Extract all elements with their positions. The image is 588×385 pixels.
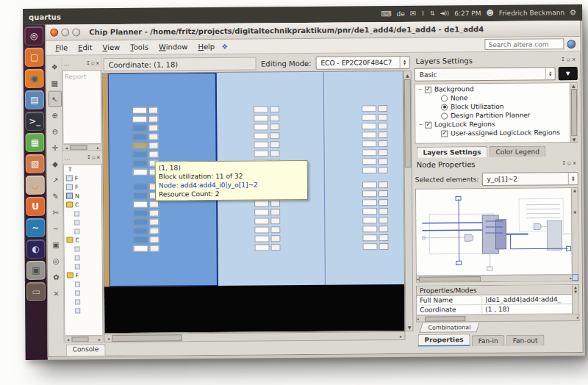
layer-toggle[interactable] — [441, 95, 448, 101]
layers-menu-button[interactable]: ▼ — [559, 67, 578, 80]
lab-row[interactable] — [362, 132, 387, 138]
launcher-icon[interactable]: ◎ — [24, 26, 43, 46]
tree-item[interactable]: N — [64, 191, 101, 200]
launcher-icon[interactable]: ▣ — [26, 261, 46, 280]
pin-icon[interactable]: ↧ — [561, 57, 565, 62]
launcher-icon[interactable]: U — [26, 197, 45, 216]
close-panel-icon[interactable]: × — [573, 160, 577, 166]
launcher-icon[interactable]: ◉ — [25, 69, 44, 88]
lab-row[interactable] — [254, 150, 280, 156]
restore-icon[interactable]: ▫ — [91, 60, 95, 66]
report-hscrollbar[interactable]: ◂▸ — [63, 143, 101, 150]
user-icon[interactable]: ☻ — [486, 10, 494, 17]
lab-row[interactable] — [362, 140, 387, 147]
mail-icon[interactable]: ✉ — [410, 10, 416, 18]
lab-row[interactable] — [132, 116, 158, 123]
lab-row[interactable] — [133, 201, 159, 208]
tree-item[interactable]: T — [64, 165, 101, 173]
tree-item[interactable]: C — [64, 235, 101, 244]
restore-icon[interactable]: ▫ — [567, 57, 570, 62]
lab-row[interactable] — [254, 123, 279, 130]
close-panel-icon[interactable]: × — [572, 57, 576, 62]
layers-vscrollbar[interactable]: ▲▼ — [570, 83, 578, 142]
lab-row[interactable] — [362, 167, 388, 173]
restore-icon[interactable]: ▫ — [567, 160, 571, 166]
layer-item[interactable]: User-assigned LogicLock Regions — [415, 128, 577, 138]
lab-strip-right[interactable] — [362, 105, 389, 252]
close-panel-icon[interactable]: × — [96, 154, 101, 160]
tree-item[interactable]: F — [65, 270, 102, 279]
lab-row[interactable] — [132, 134, 158, 140]
tree-item[interactable] — [65, 288, 102, 297]
tree-item[interactable]: C — [64, 200, 101, 209]
tree-item[interactable] — [65, 297, 102, 306]
tree-item[interactable] — [65, 244, 102, 253]
layer-toggle[interactable] — [441, 112, 448, 119]
lab-row[interactable] — [362, 123, 387, 129]
panel-tab[interactable]: Fan-in — [472, 335, 505, 346]
resize-grip[interactable] — [572, 274, 578, 281]
search-input[interactable] — [484, 38, 564, 50]
launcher-icon[interactable]: ▧ — [26, 154, 45, 173]
pin-icon[interactable]: ↧ — [87, 154, 91, 160]
launcher-icon[interactable]: ▭ — [26, 282, 46, 301]
session-gear-icon[interactable]: ⚙ — [570, 9, 576, 16]
lab-row[interactable] — [362, 105, 387, 112]
lab-row[interactable] — [362, 114, 387, 120]
layer-toggle[interactable] — [425, 121, 431, 128]
lab-row[interactable] — [254, 132, 279, 139]
lab-row[interactable] — [254, 209, 280, 215]
properties-hscrollbar[interactable]: ◂▸ — [416, 314, 579, 323]
lab-row[interactable] — [362, 149, 388, 156]
menu-item[interactable]: Window — [154, 41, 193, 52]
lab-row[interactable] — [132, 143, 158, 149]
restore-icon[interactable]: ▫ — [92, 154, 96, 160]
lab-row[interactable] — [133, 237, 159, 243]
mode-tab[interactable]: Combinational — [419, 323, 479, 333]
tree-item[interactable] — [64, 217, 101, 226]
lab-row[interactable] — [133, 219, 159, 226]
maximize-button[interactable] — [72, 28, 80, 36]
lab-row[interactable] — [254, 217, 280, 224]
property-row[interactable]: Coordinate (1 , 18) — [417, 304, 578, 315]
network-icon[interactable]: ⇅ — [430, 11, 435, 17]
editing-mode-select[interactable]: ECO - EP2C20F484C7 ▲▼ — [316, 56, 410, 70]
console-tab[interactable]: Console — [66, 344, 106, 356]
menu-item[interactable]: View — [97, 42, 125, 53]
lab-row[interactable] — [133, 228, 159, 234]
user-name[interactable]: Friedrich Beckmann — [499, 9, 564, 17]
selected-elements-select[interactable]: y_o[1]~2 ▲▼ — [481, 172, 578, 186]
menu-item[interactable]: Help — [193, 41, 220, 52]
launcher-icon[interactable]: ▢ — [24, 48, 43, 67]
preview-hscrollbar[interactable]: ◂▸ — [417, 274, 572, 282]
tasks-tree-panel[interactable]: T F F — [63, 164, 104, 342]
menu-item[interactable]: File — [50, 42, 73, 53]
lab-row[interactable] — [132, 125, 158, 132]
lab-row[interactable] — [363, 243, 389, 250]
tasks-hscrollbar[interactable]: ◂▸ — [65, 335, 102, 342]
bluetooth-icon[interactable]: ᛒ — [421, 11, 425, 17]
lab-row[interactable] — [254, 141, 279, 148]
lab-row[interactable] — [254, 106, 279, 112]
launcher-icon[interactable]: ◡ — [26, 176, 45, 195]
lab-row[interactable] — [133, 210, 159, 217]
panel-tab[interactable]: Properties — [417, 334, 470, 347]
lab-row[interactable] — [254, 200, 280, 206]
launcher-icon[interactable]: >_ — [25, 112, 44, 131]
tree-item[interactable] — [65, 306, 102, 314]
panel-tab[interactable]: Color Legend — [489, 145, 546, 157]
lab-row[interactable] — [134, 245, 159, 252]
menu-item[interactable]: Edit — [73, 42, 97, 53]
lab-row[interactable] — [362, 234, 388, 241]
properties-vscrollbar[interactable]: ▲▼ — [572, 285, 578, 314]
keyboard-layout-icon[interactable]: ⌨ — [381, 10, 392, 18]
chip-floorplan-view[interactable]: (1, 18)Block utilization: 11 of 32Node: … — [102, 71, 406, 334]
lab-row[interactable] — [362, 208, 388, 215]
lab-row[interactable] — [362, 158, 388, 165]
close-button[interactable] — [50, 29, 58, 37]
lab-row[interactable] — [362, 181, 388, 188]
lab-row[interactable] — [255, 244, 281, 251]
lab-row[interactable] — [254, 235, 280, 242]
tree-item[interactable] — [65, 279, 102, 288]
tree-item[interactable]: F — [64, 173, 101, 182]
